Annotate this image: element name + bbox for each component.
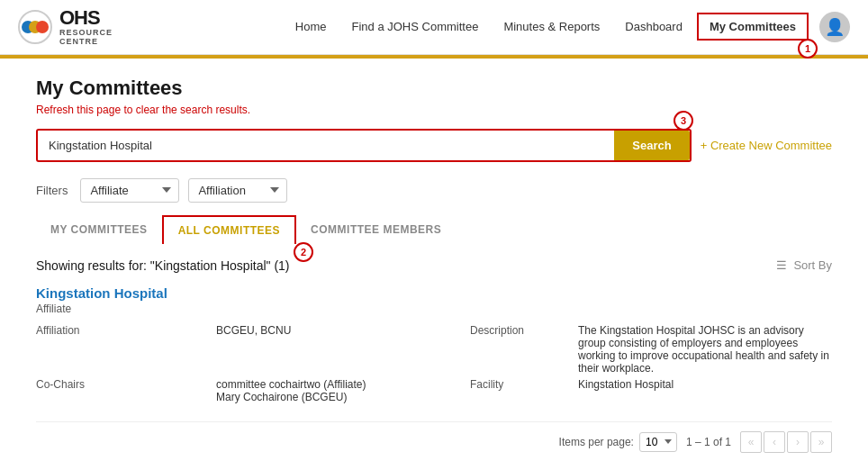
affiliate-filter[interactable]: Affiliate [80,178,179,203]
filters-label: Filters [36,184,68,197]
header: OHS RESOURCE CENTRE Home Find a JOHS Com… [0,0,868,55]
results-text: Showing results for: "Kingstation Hospit… [36,258,290,273]
last-page-button[interactable]: » [810,431,832,453]
avatar[interactable]: 👤 [819,12,850,42]
tab-committee-members[interactable]: COMMITTEE MEMBERS [296,216,456,243]
description-label: Description [470,324,578,337]
results-header: Showing results for: "Kingstation Hospit… [36,258,832,273]
page-range: 1 – 1 of 1 [686,436,731,448]
committee-type: Affiliate [36,303,832,315]
nav-my-committees[interactable]: My Committees [697,13,809,41]
prev-page-button[interactable]: ‹ [764,431,785,453]
search-button[interactable]: Search [614,131,689,160]
affiliation-filter[interactable]: Affiliation [188,178,287,203]
logo-centre: CENTRE [59,38,113,47]
logo-text: OHS RESOURCE CENTRE [59,7,113,47]
cochairs-value: committee cochairtwo (Affiliate) Mary Co… [216,378,470,403]
nav: Home Find a JOHS Committee Minutes & Rep… [285,12,850,42]
logo-ohs: OHS [59,7,113,29]
nav-find-committee[interactable]: Find a JOHS Committee [341,14,490,39]
tab-my-committees[interactable]: MY COMMITTEES [36,216,162,243]
logo-icon [18,10,52,44]
search-box-wrapper: Search [36,129,692,162]
facility-value: Kingstation Hospital [578,378,832,391]
nav-home[interactable]: Home [285,14,338,39]
page-nav: « ‹ › » [740,431,832,453]
cochairs-label: Co-Chairs [36,378,216,391]
per-page-select[interactable]: 10 25 50 [639,432,677,452]
sort-by[interactable]: ☰Sort By [776,258,832,272]
next-page-button[interactable]: › [787,431,809,453]
nav-dashboard[interactable]: Dashboard [614,14,693,39]
annotation-2: 2 [294,242,313,262]
committee-card: Kingstation Hospital Affiliate Affiliati… [36,285,832,403]
facility-label: Facility [470,378,578,391]
description-value: The Kingstation Hospital JOHSC is an adv… [578,324,832,375]
search-area: Search + Create New Committee [36,129,832,162]
main-content: My Committees Refresh this page to clear… [0,59,868,470]
committee-details: Affiliation BCGEU, BCNU Description The … [36,324,832,403]
first-page-button[interactable]: « [740,431,762,453]
page-title: My Committees [36,77,832,100]
affiliation-label: Affiliation [36,324,216,337]
committee-name[interactable]: Kingstation Hospital [36,285,832,301]
svg-point-3 [36,21,49,33]
annotation-1: 1 [798,39,818,59]
tab-all-committees[interactable]: ALL COMMITTEES [162,215,296,244]
page-subtitle: Refresh this page to clear the search re… [36,104,832,116]
tabs-row: MY COMMITTEES ALL COMMITTEES COMMITTEE M… [36,215,832,244]
logo-area: OHS RESOURCE CENTRE [18,7,113,47]
annotation-3: 3 [674,111,693,131]
search-input[interactable] [38,131,614,159]
pagination: Items per page: 10 25 50 1 – 1 of 1 « ‹ … [36,421,832,453]
filters-row: Filters Affiliate Affiliation [36,178,832,203]
items-per-page-label: Items per page: [559,436,634,448]
affiliation-value: BCGEU, BCNU [216,324,470,337]
create-new-committee-link[interactable]: + Create New Committee [701,139,832,152]
items-per-page: Items per page: 10 25 50 [559,432,677,452]
nav-minutes-reports[interactable]: Minutes & Reports [493,14,610,39]
